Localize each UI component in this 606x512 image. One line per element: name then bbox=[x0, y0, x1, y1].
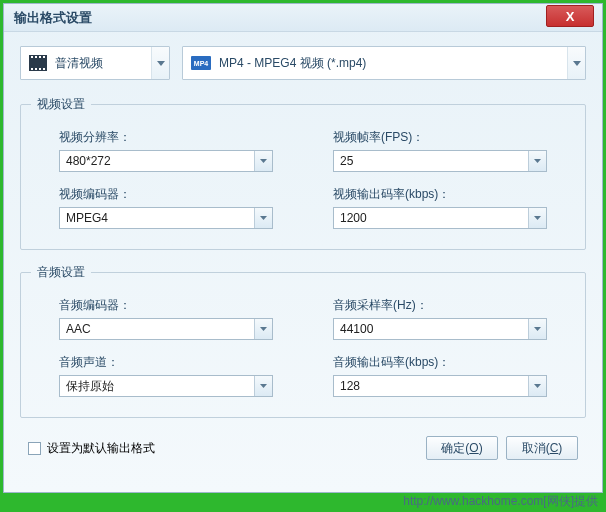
default-format-checkbox[interactable]: 设置为默认输出格式 bbox=[28, 440, 155, 457]
video-settings-group: 视频设置 视频分辨率： 480*272 视频帧率(FPS)： 25 bbox=[20, 96, 586, 250]
video-fps-combo[interactable]: 25 bbox=[333, 150, 547, 172]
chevron-down-icon bbox=[254, 208, 272, 228]
chevron-down-icon bbox=[254, 376, 272, 396]
audio-channel-combo[interactable]: 保持原始 bbox=[59, 375, 273, 397]
video-encoder-label: 视频编码器： bbox=[59, 186, 273, 203]
dialog-window: 输出格式设置 X 普清视频 MP4 MP4 - MPEG4 视频 (*.mp4)… bbox=[3, 3, 603, 493]
video-bitrate-combo[interactable]: 1200 bbox=[333, 207, 547, 229]
chevron-down-icon bbox=[528, 319, 546, 339]
chevron-down-icon bbox=[528, 151, 546, 171]
audio-samplerate-field: 音频采样率(Hz)： 44100 bbox=[333, 297, 547, 340]
video-bitrate-label: 视频输出码率(kbps)： bbox=[333, 186, 547, 203]
audio-samplerate-label: 音频采样率(Hz)： bbox=[333, 297, 547, 314]
chevron-down-icon bbox=[254, 151, 272, 171]
chevron-down-icon bbox=[528, 376, 546, 396]
video-resolution-combo[interactable]: 480*272 bbox=[59, 150, 273, 172]
audio-encoder-field: 音频编码器： AAC bbox=[59, 297, 273, 340]
chevron-down-icon bbox=[254, 319, 272, 339]
cancel-button[interactable]: 取消(C) bbox=[506, 436, 578, 460]
video-encoder-combo[interactable]: MPEG4 bbox=[59, 207, 273, 229]
category-dropdown[interactable]: 普清视频 bbox=[20, 46, 170, 80]
video-encoder-field: 视频编码器： MPEG4 bbox=[59, 186, 273, 229]
audio-bitrate-combo[interactable]: 128 bbox=[333, 375, 547, 397]
footer-attribution: http://www.hackhome.com[网侠]提供 bbox=[403, 493, 598, 510]
audio-settings-legend: 音频设置 bbox=[31, 264, 91, 281]
film-icon bbox=[29, 55, 47, 71]
window-title: 输出格式设置 bbox=[14, 9, 92, 27]
category-value: 普清视频 bbox=[55, 55, 161, 72]
video-settings-legend: 视频设置 bbox=[31, 96, 91, 113]
audio-bitrate-label: 音频输出码率(kbps)： bbox=[333, 354, 547, 371]
audio-settings-group: 音频设置 音频编码器： AAC 音频采样率(Hz)： 44100 bbox=[20, 264, 586, 418]
audio-channel-field: 音频声道： 保持原始 bbox=[59, 354, 273, 397]
audio-encoder-label: 音频编码器： bbox=[59, 297, 273, 314]
format-selection-row: 普清视频 MP4 MP4 - MPEG4 视频 (*.mp4) bbox=[20, 46, 586, 80]
ok-button[interactable]: 确定(O) bbox=[426, 436, 498, 460]
video-bitrate-field: 视频输出码率(kbps)： 1200 bbox=[333, 186, 547, 229]
default-format-label: 设置为默认输出格式 bbox=[47, 440, 155, 457]
format-value: MP4 - MPEG4 视频 (*.mp4) bbox=[219, 55, 577, 72]
audio-encoder-combo[interactable]: AAC bbox=[59, 318, 273, 340]
format-dropdown[interactable]: MP4 MP4 - MPEG4 视频 (*.mp4) bbox=[182, 46, 586, 80]
chevron-down-icon bbox=[528, 208, 546, 228]
video-resolution-field: 视频分辨率： 480*272 bbox=[59, 129, 273, 172]
video-fps-field: 视频帧率(FPS)： 25 bbox=[333, 129, 547, 172]
bottom-row: 设置为默认输出格式 确定(O) 取消(C) bbox=[20, 432, 586, 460]
audio-channel-label: 音频声道： bbox=[59, 354, 273, 371]
close-button[interactable]: X bbox=[546, 5, 594, 27]
video-resolution-label: 视频分辨率： bbox=[59, 129, 273, 146]
close-icon: X bbox=[566, 9, 575, 24]
titlebar: 输出格式设置 X bbox=[4, 4, 602, 32]
mp4-icon: MP4 bbox=[191, 56, 211, 70]
chevron-down-icon bbox=[151, 47, 169, 79]
audio-bitrate-field: 音频输出码率(kbps)： 128 bbox=[333, 354, 547, 397]
content-area: 普清视频 MP4 MP4 - MPEG4 视频 (*.mp4) 视频设置 视频分… bbox=[4, 32, 602, 470]
checkbox-box bbox=[28, 442, 41, 455]
video-fps-label: 视频帧率(FPS)： bbox=[333, 129, 547, 146]
chevron-down-icon bbox=[567, 47, 585, 79]
audio-samplerate-combo[interactable]: 44100 bbox=[333, 318, 547, 340]
